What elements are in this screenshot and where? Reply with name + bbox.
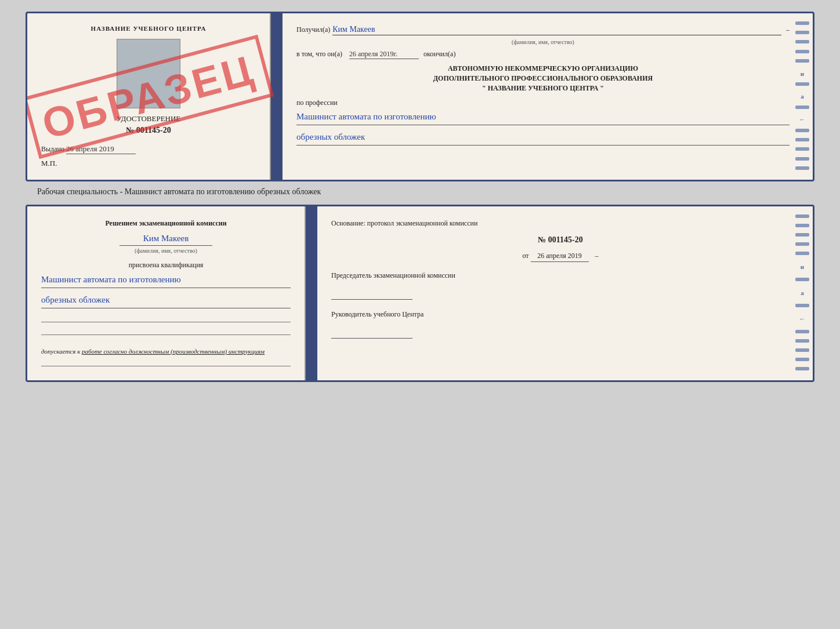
protocol-date: от 26 апреля 2019 –	[331, 250, 790, 262]
issued-date: 26 апреля 2019	[66, 144, 136, 154]
center-head-signature	[331, 329, 412, 339]
blank-line-1	[41, 313, 291, 322]
decision-header: Решением экзаменационной комиссии	[41, 218, 291, 228]
qual-line2: обрезных обложек	[41, 293, 291, 308]
deco-line-12	[795, 166, 809, 170]
deco-line-9	[795, 138, 809, 141]
b-deco-6	[795, 278, 809, 281]
profession-label: по профессии	[296, 99, 790, 107]
basis-header: Основание: протокол экзаменационной коми…	[331, 218, 790, 229]
b-deco-8	[795, 330, 809, 333]
deco-letter-i: и	[795, 70, 809, 77]
bottom-person-sublabel: (фамилия, имя, отчество)	[120, 245, 212, 255]
issued-line: Выдано 26 апреля 2019	[41, 144, 256, 154]
top-left-header: НАЗВАНИЕ УЧЕБНОГО ЦЕНТРА	[41, 25, 256, 32]
b-deco-letter-a: а	[795, 288, 809, 299]
blank-line-2	[41, 326, 291, 335]
deco-line-4	[795, 50, 809, 53]
date-prefix: от	[522, 252, 528, 260]
top-document: НАЗВАНИЕ УЧЕБНОГО ЦЕНТРА УДОСТОВЕРЕНИЕ №…	[26, 12, 814, 181]
center-head-label: Руководитель учебного Центра	[331, 309, 790, 320]
deco-line-7	[795, 106, 809, 109]
protocol-number: № 001145-20	[331, 234, 790, 246]
photo-placeholder	[117, 39, 180, 108]
commission-chair-signature	[331, 290, 412, 300]
deco-lines: и а ←	[794, 13, 810, 180]
allow-line: допускается к работе согласно должностны…	[41, 347, 291, 357]
deco-line-2	[795, 31, 809, 34]
b-deco-9	[795, 339, 809, 343]
deco-line-3	[795, 40, 809, 43]
b-deco-5	[795, 252, 809, 255]
b-deco-letter-i: и	[795, 262, 809, 272]
bottom-date-value: 26 апреля 2019	[531, 250, 589, 262]
commission-chair-block: Председатель экзаменационной комиссии	[331, 270, 790, 300]
b-deco-2	[795, 224, 809, 227]
profession-line1: Машинист автомата по изготовлению	[296, 110, 790, 125]
bottom-document: Решением экзаменационной комиссии Ким Ма…	[26, 205, 814, 382]
bottom-deco-lines: и а ←	[794, 206, 810, 380]
deco-line-5	[795, 59, 809, 63]
b-deco-12	[795, 367, 809, 370]
profession-line2: обрезных обложек	[296, 130, 790, 146]
b-deco-4	[795, 242, 809, 246]
commission-chair-label: Председатель экзаменационной комиссии	[331, 270, 790, 281]
org-line3: " НАЗВАНИЕ УЧЕБНОГО ЦЕНТРА "	[296, 83, 790, 93]
received-line: Получил(а) Ким Макеев –	[296, 25, 790, 35]
bottom-person-name: Ким Макеев	[41, 232, 291, 245]
deco-line-11	[795, 157, 809, 161]
top-doc-right: Получил(а) Ким Макеев – (фамилия, имя, о…	[283, 13, 813, 180]
b-deco-3	[795, 233, 809, 237]
in-that-line: в том, что он(а) 26 апреля 2019г. окончи…	[296, 50, 790, 59]
recipient-name: Ким Макеев	[332, 25, 781, 35]
deco-line-10	[795, 147, 809, 151]
in-that-label: в том, что он(а)	[296, 50, 342, 59]
org-block: АВТОНОМНУЮ НЕКОММЕРЧЕСКУЮ ОРГАНИЗАЦИЮ ДО…	[296, 64, 790, 93]
deco-letter-a: а	[795, 93, 809, 100]
b-deco-letter-arrow: ←	[795, 314, 809, 325]
bottom-doc-left: Решением экзаменационной комиссии Ким Ма…	[27, 206, 306, 380]
doc-spine	[271, 13, 283, 180]
deco-line-6	[795, 82, 809, 86]
org-line1: АВТОНОМНУЮ НЕКОММЕРЧЕСКУЮ ОРГАНИЗАЦИЮ	[296, 64, 790, 74]
blank-line-3	[41, 358, 291, 366]
separator-label: Рабочая специальность - Машинист автомат…	[26, 181, 814, 200]
deco-line-1	[795, 21, 809, 25]
b-deco-7	[795, 304, 809, 307]
assigned-label: присвоена квалификация	[41, 260, 291, 270]
deco-line-8	[795, 129, 809, 132]
b-deco-10	[795, 348, 809, 352]
bottom-doc-right: Основание: протокол экзаменационной коми…	[317, 206, 813, 380]
qual-line1: Машинист автомата по изготовлению	[41, 272, 291, 288]
b-deco-11	[795, 358, 809, 361]
name-sublabel: (фамилия, имя, отчество)	[296, 39, 790, 45]
certificate-number: № 001145-20	[41, 126, 256, 135]
bottom-doc-spine	[306, 206, 317, 380]
allow-text: допускается к	[41, 348, 80, 355]
org-line2: ДОПОЛНИТЕЛЬНОГО ПРОФЕССИОНАЛЬНОГО ОБРАЗО…	[296, 74, 790, 83]
document-container: НАЗВАНИЕ УЧЕБНОГО ЦЕНТРА УДОСТОВЕРЕНИЕ №…	[26, 12, 814, 382]
b-deco-1	[795, 214, 809, 218]
finished-label: окончил(а)	[423, 50, 455, 59]
top-doc-left: НАЗВАНИЕ УЧЕБНОГО ЦЕНТРА УДОСТОВЕРЕНИЕ №…	[27, 13, 271, 180]
deco-letter-arrow: ←	[795, 116, 809, 123]
issued-label: Выдано	[41, 145, 64, 153]
center-head-block: Руководитель учебного Центра	[331, 309, 790, 339]
certificate-title: УДОСТОВЕРЕНИЕ	[41, 114, 256, 123]
date-value: 26 апреля 2019г.	[349, 50, 419, 59]
received-label: Получил(а)	[296, 26, 330, 34]
allow-underline: работе согласно должностным (производств…	[82, 348, 265, 355]
mp-label: М.П.	[41, 159, 256, 168]
